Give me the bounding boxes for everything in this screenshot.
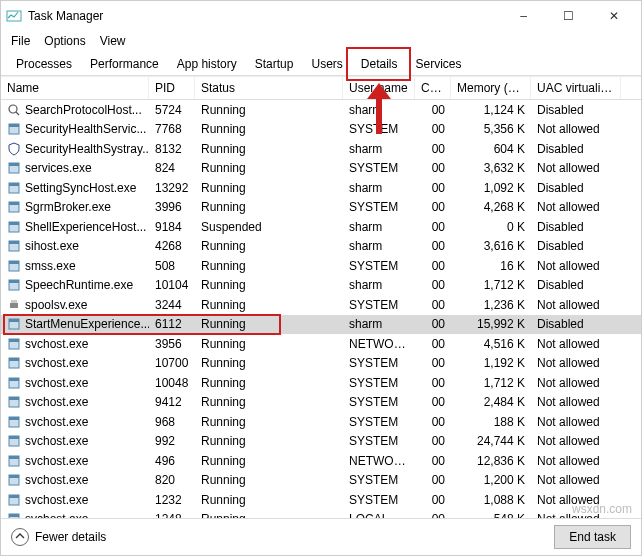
table-row[interactable]: SpeechRuntime.exe10104Runningsharm001,71… bbox=[1, 276, 641, 296]
svg-point-1 bbox=[9, 105, 17, 113]
process-uac: Disabled bbox=[531, 220, 621, 234]
maximize-button[interactable]: ☐ bbox=[546, 2, 591, 30]
process-icon bbox=[7, 317, 21, 331]
table-row[interactable]: SecurityHealthServic...7768RunningSYSTEM… bbox=[1, 120, 641, 140]
svg-rect-26 bbox=[9, 358, 19, 361]
process-memory: 4,268 K bbox=[451, 200, 531, 214]
minimize-button[interactable]: – bbox=[501, 2, 546, 30]
process-name: svchost.exe bbox=[25, 337, 88, 351]
close-button[interactable]: ✕ bbox=[591, 2, 636, 30]
process-cpu: 00 bbox=[415, 278, 451, 292]
titlebar[interactable]: Task Manager – ☐ ✕ bbox=[1, 1, 641, 31]
table-row[interactable]: svchost.exe1232RunningSYSTEM001,088 KNot… bbox=[1, 490, 641, 510]
tab-users[interactable]: Users bbox=[302, 53, 351, 75]
process-memory: 3,632 K bbox=[451, 161, 531, 175]
table-row[interactable]: svchost.exe10048RunningSYSTEM001,712 KNo… bbox=[1, 373, 641, 393]
process-icon bbox=[7, 493, 21, 507]
tab-startup[interactable]: Startup bbox=[246, 53, 303, 75]
svg-rect-22 bbox=[9, 319, 19, 322]
process-list[interactable]: SearchProtocolHost...5724Runningsharm001… bbox=[1, 100, 641, 518]
table-row[interactable]: spoolsv.exe3244RunningSYSTEM001,236 KNot… bbox=[1, 295, 641, 315]
table-row[interactable]: svchost.exe10700RunningSYSTEM001,192 KNo… bbox=[1, 354, 641, 374]
table-row[interactable]: StartMenuExperience...6112Runningsharm00… bbox=[1, 315, 641, 335]
process-uac: Disabled bbox=[531, 317, 621, 331]
table-row[interactable]: SgrmBroker.exe3996RunningSYSTEM004,268 K… bbox=[1, 198, 641, 218]
process-pid: 496 bbox=[149, 454, 195, 468]
menu-options[interactable]: Options bbox=[44, 34, 85, 48]
process-status: Running bbox=[195, 298, 343, 312]
process-icon bbox=[7, 298, 21, 312]
process-user: sharm bbox=[343, 239, 415, 253]
footer: Fewer details End task bbox=[1, 518, 641, 555]
process-cpu: 00 bbox=[415, 376, 451, 390]
process-uac: Not allowed bbox=[531, 473, 621, 487]
tab-app-history[interactable]: App history bbox=[168, 53, 246, 75]
process-icon bbox=[7, 200, 21, 214]
table-row[interactable]: smss.exe508RunningSYSTEM0016 KNot allowe… bbox=[1, 256, 641, 276]
tab-processes[interactable]: Processes bbox=[7, 53, 81, 75]
svg-rect-40 bbox=[9, 495, 19, 498]
table-row[interactable]: svchost.exe496RunningNETWORK ...0012,836… bbox=[1, 451, 641, 471]
end-task-button[interactable]: End task bbox=[554, 525, 631, 549]
window-controls: – ☐ ✕ bbox=[501, 2, 636, 30]
col-name[interactable]: Name bbox=[1, 77, 149, 99]
process-status: Suspended bbox=[195, 220, 343, 234]
col-uac[interactable]: UAC virtualizati... bbox=[531, 77, 621, 99]
process-cpu: 00 bbox=[415, 142, 451, 156]
process-status: Running bbox=[195, 473, 343, 487]
tab-services[interactable]: Services bbox=[407, 53, 471, 75]
col-pid[interactable]: PID bbox=[149, 77, 195, 99]
col-status[interactable]: Status bbox=[195, 77, 343, 99]
svg-rect-32 bbox=[9, 417, 19, 420]
process-pid: 968 bbox=[149, 415, 195, 429]
process-icon bbox=[7, 278, 21, 292]
table-row[interactable]: sihost.exe4268Runningsharm003,616 KDisab… bbox=[1, 237, 641, 257]
table-row[interactable]: svchost.exe992RunningSYSTEM0024,744 KNot… bbox=[1, 432, 641, 452]
process-cpu: 00 bbox=[415, 298, 451, 312]
menu-file[interactable]: File bbox=[11, 34, 30, 48]
table-row[interactable]: svchost.exe1248RunningLOCAL SER...00548 … bbox=[1, 510, 641, 519]
process-icon bbox=[7, 337, 21, 351]
table-row[interactable]: svchost.exe9412RunningSYSTEM002,484 KNot… bbox=[1, 393, 641, 413]
process-status: Running bbox=[195, 122, 343, 136]
process-memory: 12,836 K bbox=[451, 454, 531, 468]
process-uac: Not allowed bbox=[531, 415, 621, 429]
process-user: SYSTEM bbox=[343, 434, 415, 448]
table-row[interactable]: ShellExperienceHost...9184Suspendedsharm… bbox=[1, 217, 641, 237]
table-row[interactable]: svchost.exe968RunningSYSTEM00188 KNot al… bbox=[1, 412, 641, 432]
process-status: Running bbox=[195, 103, 343, 117]
process-status: Running bbox=[195, 454, 343, 468]
table-row[interactable]: SearchProtocolHost...5724Runningsharm001… bbox=[1, 100, 641, 120]
process-memory: 15,992 K bbox=[451, 317, 531, 331]
col-memory[interactable]: Memory (ac... bbox=[451, 77, 531, 99]
process-user: NETWORK ... bbox=[343, 454, 415, 468]
tab-performance[interactable]: Performance bbox=[81, 53, 168, 75]
col-cpu[interactable]: CPU bbox=[415, 77, 451, 99]
fewer-details-button[interactable]: Fewer details bbox=[11, 528, 106, 546]
table-row[interactable]: services.exe824RunningSYSTEM003,632 KNot… bbox=[1, 159, 641, 179]
process-name: svchost.exe bbox=[25, 395, 88, 409]
process-status: Running bbox=[195, 317, 343, 331]
window-title: Task Manager bbox=[28, 9, 501, 23]
process-status: Running bbox=[195, 337, 343, 351]
table-row[interactable]: SettingSyncHost.exe13292Runningsharm001,… bbox=[1, 178, 641, 198]
process-name: svchost.exe bbox=[25, 493, 88, 507]
process-user: SYSTEM bbox=[343, 356, 415, 370]
svg-rect-34 bbox=[9, 436, 19, 439]
tab-details[interactable]: Details bbox=[352, 53, 407, 75]
col-user[interactable]: User name bbox=[343, 77, 415, 99]
process-icon bbox=[7, 259, 21, 273]
process-status: Running bbox=[195, 259, 343, 273]
table-row[interactable]: svchost.exe820RunningSYSTEM001,200 KNot … bbox=[1, 471, 641, 491]
process-name: SettingSyncHost.exe bbox=[25, 181, 136, 195]
process-user: SYSTEM bbox=[343, 376, 415, 390]
svg-rect-36 bbox=[9, 456, 19, 459]
menu-view[interactable]: View bbox=[100, 34, 126, 48]
table-row[interactable]: svchost.exe3956RunningNETWORK ...004,516… bbox=[1, 334, 641, 354]
process-uac: Not allowed bbox=[531, 122, 621, 136]
table-row[interactable]: SecurityHealthSystray...8132Runningsharm… bbox=[1, 139, 641, 159]
process-cpu: 00 bbox=[415, 200, 451, 214]
process-user: sharm bbox=[343, 142, 415, 156]
svg-rect-4 bbox=[9, 124, 19, 127]
process-pid: 992 bbox=[149, 434, 195, 448]
